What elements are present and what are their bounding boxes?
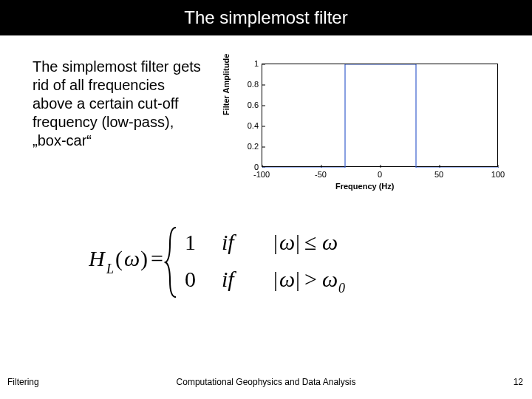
svg-text:H: H bbox=[89, 246, 106, 270]
svg-text:|: | bbox=[273, 267, 278, 291]
formula: H L ( ω ) = 1 if | ω | ≤ ω 0 if | ω | > … bbox=[89, 222, 458, 303]
svg-text:0: 0 bbox=[338, 281, 345, 296]
footer-right: 12 bbox=[514, 377, 523, 387]
xtick-label: 50 bbox=[424, 170, 454, 179]
chart-axes bbox=[262, 64, 498, 167]
svg-text:ω: ω bbox=[124, 246, 140, 270]
boxcar-chart: Filter Amplitude Frequency (Hz) 1 0.8 0.… bbox=[217, 58, 513, 198]
svg-text:if: if bbox=[222, 230, 236, 254]
svg-text:>: > bbox=[304, 267, 317, 291]
footer: Filtering Computational Geophysics and D… bbox=[0, 377, 532, 392]
chart-series bbox=[262, 64, 499, 168]
svg-text:ω: ω bbox=[322, 267, 338, 291]
body-row: The simplemost filter gets rid of all fr… bbox=[0, 35, 532, 198]
ytick-label: 0.4 bbox=[236, 121, 259, 130]
svg-text:1: 1 bbox=[185, 230, 196, 254]
footer-center: Computational Geophysics and Data Analys… bbox=[0, 377, 532, 387]
xtick-label: -50 bbox=[306, 170, 335, 179]
ytick-label: 0.2 bbox=[236, 142, 259, 151]
svg-text:≤: ≤ bbox=[304, 230, 316, 254]
chart-ylabel: Filter Amplitude bbox=[222, 54, 231, 115]
svg-text:0: 0 bbox=[185, 267, 196, 291]
formula-svg: H L ( ω ) = 1 if | ω | ≤ ω 0 if | ω | > … bbox=[89, 222, 458, 303]
svg-text:(: ( bbox=[115, 246, 123, 271]
slide-title: The simplemost filter bbox=[184, 7, 347, 28]
svg-text:|: | bbox=[296, 267, 300, 291]
chart-svg bbox=[262, 64, 499, 168]
slide: The simplemost filter The simplemost fil… bbox=[0, 0, 532, 399]
svg-text:|: | bbox=[273, 230, 278, 254]
svg-text:): ) bbox=[140, 246, 148, 271]
chart-xlabel: Frequency (Hz) bbox=[335, 182, 394, 191]
ytick-label: 0.8 bbox=[236, 80, 259, 89]
svg-text:if: if bbox=[222, 267, 236, 291]
ytick-label: 0.6 bbox=[236, 100, 259, 109]
svg-text:|: | bbox=[296, 230, 300, 254]
svg-text:ω: ω bbox=[279, 230, 295, 254]
xtick-label: -100 bbox=[247, 170, 276, 179]
ytick-label: 1 bbox=[236, 59, 259, 68]
description-paragraph: The simplemost filter gets rid of all fr… bbox=[33, 58, 202, 198]
svg-text:ω: ω bbox=[322, 230, 338, 254]
title-bar: The simplemost filter bbox=[0, 0, 532, 35]
svg-text:ω: ω bbox=[279, 267, 295, 291]
svg-text:=: = bbox=[151, 246, 163, 270]
svg-text:L: L bbox=[106, 262, 114, 276]
xtick-label: 0 bbox=[365, 170, 395, 179]
xtick-label: 100 bbox=[483, 170, 513, 179]
